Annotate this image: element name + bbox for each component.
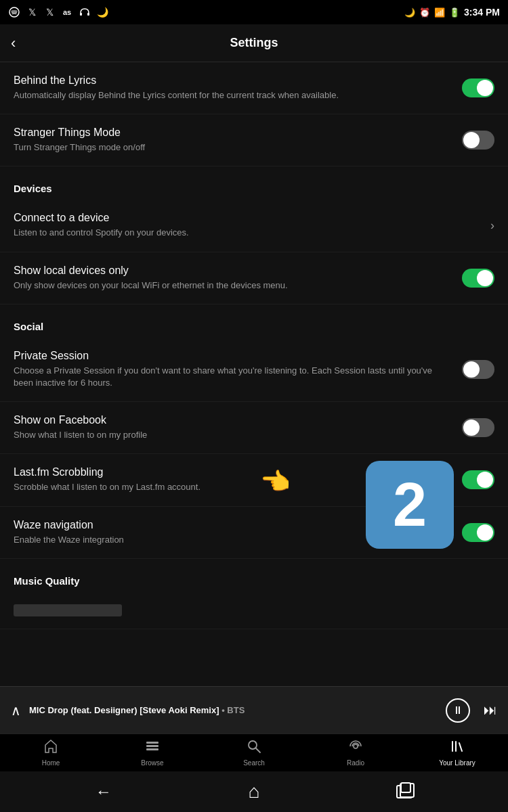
sys-home-button[interactable]: ⌂ [249,781,260,803]
svg-point-6 [249,741,257,749]
private-session-toggle[interactable] [462,360,494,379]
lastfm-toggle[interactable] [462,470,494,489]
browse-label: Browse [141,759,163,767]
nav-search[interactable]: Search [203,739,305,767]
pause-button[interactable]: ⏸ [446,698,470,723]
svg-rect-2 [87,13,89,16]
show-facebook-title: Show on Facebook [14,414,451,426]
show-facebook-content: Show on Facebook Show what I listen to o… [14,414,462,441]
connect-device-content: Connect to a device Listen to and contro… [14,212,490,239]
radio-icon [348,739,363,757]
now-playing-bar: ∧ MIC Drop (feat. Desiigner) [Steve Aoki… [0,686,508,734]
stranger-things-content: Stranger Things Mode Turn Stranger Thing… [14,127,462,154]
status-right-icons: 🌙 ⏰ 📶 🔋 3:34 PM [404,7,500,18]
private-session-row: Private Session Choose a Private Session… [0,338,508,402]
badge-number: 2 [393,474,427,535]
nav-home[interactable]: Home [0,739,102,767]
local-devices-desc: Only show devices on your local WiFi or … [14,279,451,292]
header-title: Settings [230,36,278,50]
battery-icon: 🔋 [449,7,460,18]
svg-line-7 [256,748,260,752]
navigate-arrow-icon: › [490,219,494,233]
browse-icon [145,739,160,757]
alarm-icon: ⏰ [419,7,430,18]
track-title: MIC Drop (feat. Desiigner) [Steve Aoki R… [29,705,219,715]
nav-browse[interactable]: Browse [102,739,203,767]
svg-rect-4 [146,745,158,747]
sys-back-button[interactable]: ← [96,782,112,801]
svg-point-8 [354,744,358,748]
search-label: Search [243,759,265,767]
twitter-icon-1: 𝕏 [26,6,38,18]
now-playing-title: MIC Drop (feat. Desiigner) [Steve Aoki R… [29,705,438,715]
svg-line-11 [459,743,462,751]
home-label: Home [42,759,60,767]
twitter-icon-2: 𝕏 [43,6,56,18]
behind-lyrics-row: Behind the Lyrics Automatically display … [0,62,508,114]
settings-content: Behind the Lyrics Automatically display … [0,62,508,686]
local-devices-content: Show local devices only Only show device… [14,265,462,292]
now-playing-chevron[interactable]: ∧ [11,702,21,719]
local-devices-title: Show local devices only [14,265,451,277]
behind-lyrics-content: Behind the Lyrics Automatically display … [14,74,462,102]
search-icon [247,739,261,757]
stranger-things-title: Stranger Things Mode [14,127,451,139]
connect-device-row[interactable]: Connect to a device Listen to and contro… [0,200,508,252]
nav-radio[interactable]: Radio [305,739,406,767]
lastfm-row: Last.fm Scrobbling Scrobble what I liste… [0,454,508,506]
svg-rect-5 [146,748,158,750]
show-facebook-desc: Show what I listen to on my profile [14,429,451,441]
status-time: 3:34 PM [464,7,500,18]
library-icon [450,739,465,757]
private-session-desc: Choose a Private Session if you don't wa… [14,365,451,389]
spotify-icon [8,6,20,18]
next-button[interactable]: ⏭ [484,702,497,718]
show-facebook-toggle[interactable] [462,418,494,437]
sys-overview-button[interactable] [396,785,412,798]
library-label: Your Library [439,759,475,767]
pause-icon: ⏸ [452,704,463,717]
waze-toggle[interactable] [462,523,494,542]
home-icon [43,739,58,757]
local-devices-toggle[interactable] [462,269,494,288]
lastfm-icon: as [61,6,73,18]
svg-rect-1 [80,13,82,16]
nav-library[interactable]: Your Library [406,739,508,767]
devices-section-header: Devices [0,166,508,200]
connect-device-title: Connect to a device [14,212,480,224]
behind-lyrics-title: Behind the Lyrics [14,74,451,87]
stranger-things-desc: Turn Stranger Things mode on/off [14,141,451,154]
moon-icon-left: 🌙 [96,6,108,18]
bottom-nav: Home Browse Search Radio [0,734,508,771]
stranger-things-row: Stranger Things Mode Turn Stranger Thing… [0,114,508,166]
settings-header: ‹ Settings [0,24,508,62]
status-left-icons: 𝕏 𝕏 as 🌙 [8,6,108,18]
social-section-header: Social [0,304,508,338]
moon-icon-right: 🌙 [404,7,415,18]
hand-pointer-icon: 👉 [261,468,291,496]
connect-device-desc: Listen to and control Spotify on your de… [14,227,480,239]
private-session-title: Private Session [14,350,451,362]
back-button[interactable]: ‹ [11,35,16,52]
local-devices-row: Show local devices only Only show device… [0,252,508,304]
track-artist: BTS [227,705,245,715]
wifi-icon: 📶 [434,7,445,18]
private-session-content: Private Session Choose a Private Session… [14,350,462,389]
stranger-things-toggle[interactable] [462,131,494,150]
show-facebook-row: Show on Facebook Show what I listen to o… [0,402,508,454]
behind-lyrics-desc: Automatically display Behind the Lyrics … [14,89,451,102]
system-nav-bar: ← ⌂ [0,771,508,812]
now-playing-info: MIC Drop (feat. Desiigner) [Steve Aoki R… [29,705,438,715]
status-bar: 𝕏 𝕏 as 🌙 🌙 ⏰ 📶 🔋 3:34 PM [0,0,508,24]
svg-rect-3 [146,742,158,744]
step-badge: 2 [366,461,454,549]
radio-label: Radio [347,759,364,767]
headphones-icon [79,6,91,18]
music-quality-section-header: Music Quality [0,559,508,592]
now-playing-controls: ⏸ ⏭ [446,698,497,723]
behind-lyrics-toggle[interactable] [462,78,494,97]
quality-partial-row [0,592,508,629]
